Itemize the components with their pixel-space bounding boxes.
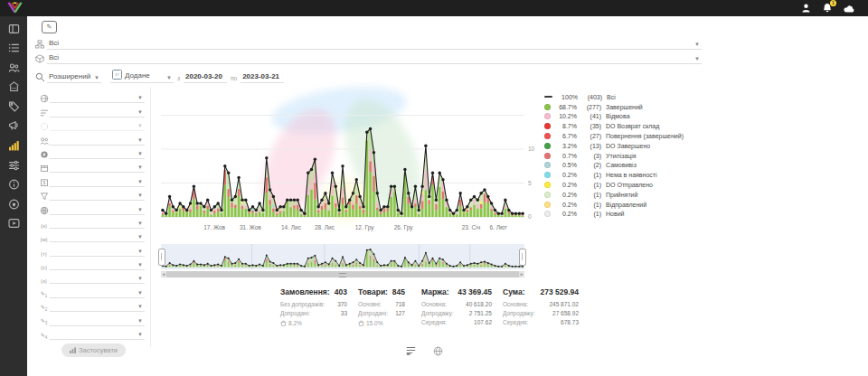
scroll-right-icon[interactable]: ▸ bbox=[519, 271, 524, 277]
stat-title: Сума: bbox=[503, 287, 525, 296]
legend-item[interactable]: 0.2%(1)DO Отправлено bbox=[544, 180, 684, 190]
legend-label: Відмова bbox=[606, 113, 630, 119]
panel-edit-icon[interactable]: ✎ bbox=[42, 21, 57, 33]
chevron-down-icon: ▼ bbox=[137, 123, 143, 128]
filter-select[interactable]: ▼ bbox=[50, 177, 145, 187]
filter-select[interactable]: ▼ bbox=[50, 330, 145, 340]
search-icon[interactable] bbox=[33, 72, 47, 82]
legend-item[interactable]: 8.7%(35)DO Возврат склад bbox=[544, 121, 684, 131]
chevron-down-icon: ▼ bbox=[137, 164, 143, 170]
filter-row-globe[interactable]: ▼ bbox=[38, 89, 145, 103]
sidebar-item-marketing[interactable] bbox=[7, 120, 21, 132]
legend-item[interactable]: 6.7%(27)Повернення (завершений) bbox=[544, 131, 684, 141]
filter-select[interactable]: ▼ bbox=[50, 274, 145, 284]
filter-select[interactable]: ▼ bbox=[50, 316, 145, 326]
legend-item[interactable]: 0.2%(1)Відправлений bbox=[544, 200, 684, 210]
filter-row-sort[interactable]: ▼ bbox=[38, 103, 145, 117]
filter-select[interactable]: ▼ bbox=[50, 302, 145, 312]
filter-row-coin[interactable]: ₴ ▼ bbox=[38, 146, 145, 159]
legend-item[interactable]: 68.7%(277)Завершений bbox=[544, 102, 684, 112]
legend-item[interactable]: 3.2%(13)DO Завершено bbox=[544, 141, 684, 151]
filter-select[interactable]: ▼ bbox=[50, 136, 145, 146]
filter-row-currency[interactable]: $ ▼ bbox=[38, 173, 145, 186]
legend-item[interactable]: 0.2%(1)Новий bbox=[544, 210, 684, 220]
filter-select[interactable]: ▼ bbox=[50, 205, 145, 215]
sidebar-item-dashboard[interactable] bbox=[7, 23, 21, 34]
brush-handle-right[interactable] bbox=[519, 249, 526, 266]
sidebar-item-orders[interactable] bbox=[7, 42, 21, 54]
filter-select[interactable]: ▼ bbox=[50, 247, 145, 257]
legend-label: Утилізація bbox=[606, 153, 637, 159]
stat-subrow: Середня:107.62 bbox=[421, 319, 492, 328]
filter-select[interactable]: ▼ bbox=[50, 93, 145, 103]
legend-pct: 10.2% bbox=[554, 113, 577, 119]
filter-panel: ▼ ▼ ▼ ▼₴ ▼ ▼$ ▼ ▼ ▼{s} ▼{м} ▼{т} ▼{с} ▼{… bbox=[38, 89, 145, 340]
filter-row-var-m[interactable]: {м} ▼ bbox=[38, 229, 145, 242]
mini-chart-icon bbox=[70, 347, 76, 353]
legend-item[interactable]: 10.2%(41)Відмова bbox=[544, 112, 684, 122]
brand-logo-icon[interactable] bbox=[6, 1, 24, 18]
filter-row-var-t[interactable]: {т} ▼ bbox=[38, 242, 145, 256]
sidebar-item-settings[interactable] bbox=[7, 159, 21, 171]
filter-row-funnel[interactable]: ▼ bbox=[38, 187, 145, 201]
sidebar-item-support[interactable] bbox=[7, 198, 21, 210]
legend-item[interactable]: 0.5%(2)Самовивіз bbox=[544, 161, 684, 171]
scrollbar-thumb[interactable] bbox=[166, 271, 519, 277]
legend-label: Повернення (завершений) bbox=[606, 133, 684, 139]
filter-select[interactable]: ▼ bbox=[50, 288, 145, 298]
notifications-bell-icon[interactable]: 1 bbox=[821, 2, 834, 14]
filter-select: ▼ bbox=[50, 121, 145, 131]
filter-row-globe-alt[interactable]: ▼ bbox=[38, 201, 145, 214]
filter-row-package[interactable]: ▼ bbox=[38, 159, 145, 173]
product-select[interactable]: Всі▼ bbox=[47, 52, 702, 64]
sidebar-item-tags[interactable] bbox=[7, 100, 21, 112]
apply-button[interactable]: Застосувати bbox=[61, 343, 126, 357]
sidebar-item-customers[interactable] bbox=[7, 61, 21, 73]
edit-1-icon: ✎1 bbox=[38, 290, 50, 298]
filter-row-edit-4[interactable]: ✎4 ▼ bbox=[38, 326, 145, 340]
x-tick-label: 12. Гру bbox=[348, 224, 381, 230]
filter-select[interactable]: ▼ bbox=[50, 149, 145, 159]
filter-row-edit-2[interactable]: ✎2 ▼ bbox=[38, 298, 145, 312]
list-view-icon[interactable] bbox=[405, 345, 416, 356]
assistant-icon[interactable] bbox=[799, 2, 812, 14]
chart-legend: 100%(403)Всі68.7%(277)Завершений10.2%(41… bbox=[544, 92, 684, 219]
filter-select[interactable]: ▼ bbox=[50, 260, 145, 270]
legend-dot-swatch bbox=[544, 113, 551, 119]
legend-item[interactable]: 0.2%(1)Нема в наявності bbox=[544, 170, 684, 180]
date-field-select[interactable]: 17 Додане▼ bbox=[110, 69, 174, 83]
filter-row-var-s[interactable]: {s} ▼ bbox=[38, 215, 145, 229]
legend-label: Нема в наявності bbox=[606, 172, 657, 178]
product-sphere-icon[interactable] bbox=[432, 345, 443, 356]
search-mode-select[interactable]: Розширений▼ bbox=[47, 71, 101, 83]
sidebar-item-info[interactable] bbox=[7, 179, 21, 191]
legend-pct: 0.2% bbox=[554, 202, 577, 208]
filter-row-edit-3[interactable]: ✎3 ▼ bbox=[38, 312, 145, 325]
filter-select[interactable]: ▼ bbox=[50, 219, 145, 229]
chart-navigator[interactable] bbox=[161, 244, 524, 269]
chart-scrollbar[interactable]: ◂ ▸ bbox=[161, 271, 524, 277]
legend-dot-swatch bbox=[544, 182, 551, 188]
legend-item[interactable]: 0.7%(3)Утилізація bbox=[544, 151, 684, 161]
filter-row-var-z[interactable]: {з} ▼ bbox=[38, 270, 145, 284]
sidebar-item-videos[interactable] bbox=[7, 218, 21, 230]
sidebar-item-store[interactable] bbox=[7, 81, 21, 93]
filter-select[interactable]: ▼ bbox=[50, 163, 145, 173]
filter-row-var-c[interactable]: {с} ▼ bbox=[38, 257, 145, 270]
profile-icon[interactable] bbox=[843, 2, 855, 14]
brush-handle-left[interactable] bbox=[158, 249, 165, 266]
main-chart-area[interactable] bbox=[161, 90, 524, 226]
filter-row-edit-1[interactable]: ✎1 ▼ bbox=[38, 284, 145, 297]
filter-select[interactable]: ▼ bbox=[50, 232, 145, 242]
panel-divider bbox=[150, 87, 151, 347]
date-to-input[interactable]: 2023-03-21 bbox=[241, 71, 284, 83]
filter-select[interactable]: ▼ bbox=[50, 108, 145, 118]
status-select[interactable]: Всі▼ bbox=[47, 38, 702, 50]
stat-value: 403 bbox=[335, 287, 347, 296]
date-from-input[interactable]: 2020-03-20 bbox=[184, 71, 227, 83]
filter-row-users[interactable]: ▼ bbox=[38, 131, 145, 145]
sidebar-item-statistics[interactable] bbox=[7, 140, 21, 152]
filter-select[interactable]: ▼ bbox=[50, 191, 145, 201]
legend-item[interactable]: 0.2%(1)Прийнятий bbox=[544, 190, 684, 200]
legend-item[interactable]: 100%(403)Всі bbox=[544, 92, 684, 102]
